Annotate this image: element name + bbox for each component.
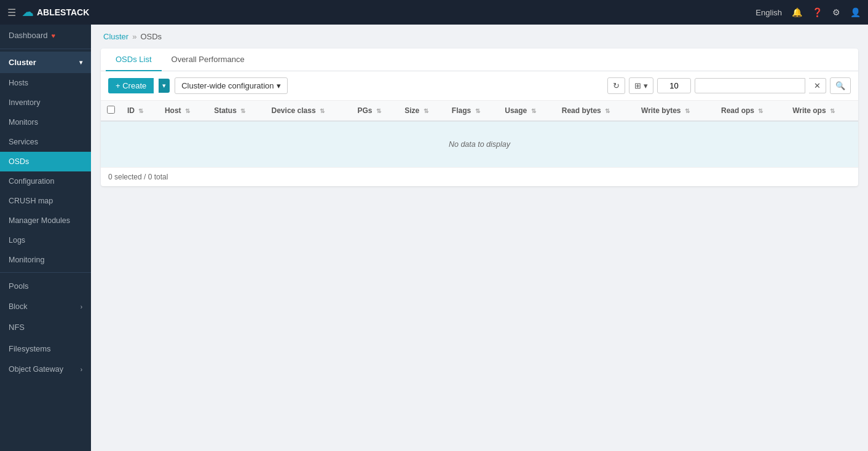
table-header: ID ⇅ Host ⇅ Status ⇅ Device class (101, 101, 858, 121)
page-size-input[interactable] (657, 78, 691, 93)
sidebar-item-configuration[interactable]: Configuration (0, 171, 91, 191)
create-button-label: + Create (116, 81, 146, 90)
sidebar-item-inventory[interactable]: Inventory (0, 93, 91, 112)
th-write-bytes[interactable]: Write bytes ⇅ (635, 101, 715, 121)
config-chevron-icon: ▾ (277, 81, 281, 90)
cluster-chevron-icon: ▾ (79, 59, 82, 66)
select-all-checkbox[interactable] (107, 106, 115, 114)
dashboard-heart-icon: ♥ (52, 32, 56, 39)
dashboard-label: Dashboard (9, 31, 48, 40)
sort-icon-size: ⇅ (424, 108, 428, 114)
th-size[interactable]: Size ⇅ (398, 101, 446, 121)
sidebar-item-services[interactable]: Services (0, 132, 91, 152)
toolbar: + Create ▾ Cluster-wide configuration ▾ … (101, 71, 858, 101)
osds-table: ID ⇅ Host ⇅ Status ⇅ Device class (101, 101, 858, 168)
user-icon[interactable]: 👤 (850, 7, 861, 17)
search-input[interactable] (695, 78, 805, 93)
search-clear-button[interactable]: ✕ (809, 78, 826, 93)
sidebar-item-pools[interactable]: Pools (0, 275, 91, 297)
gear-icon[interactable]: ⚙ (832, 7, 840, 17)
brand: ☁ ABLESTACK (22, 6, 89, 19)
columns-chevron-icon: ▾ (644, 81, 648, 90)
navbar-right: English 🔔 ❓ ⚙ 👤 (756, 7, 861, 17)
block-chevron-icon: › (81, 304, 82, 310)
no-data-row: No data to display (101, 121, 858, 168)
sidebar-item-dashboard[interactable]: Dashboard ♥ (0, 25, 91, 46)
toolbar-right: ↻ ⊞ ▾ ✕ 🔍 (607, 77, 851, 94)
sidebar-item-block[interactable]: Block › (0, 297, 91, 316)
language-selector[interactable]: English (756, 8, 782, 17)
sidebar-section-cluster[interactable]: Cluster ▾ (0, 52, 91, 73)
th-device-class[interactable]: Device class ⇅ (266, 101, 352, 121)
sort-icon-read-ops: ⇅ (758, 108, 763, 114)
th-checkbox[interactable] (101, 101, 121, 121)
search-icon: 🔍 (835, 81, 845, 90)
sidebar-divider-2 (0, 272, 91, 273)
th-write-ops[interactable]: Write ops ⇅ (786, 101, 858, 121)
sort-icon-id: ⇅ (138, 108, 143, 114)
tab-bar: OSDs List Overall Performance (101, 49, 858, 71)
sidebar-item-nfs[interactable]: NFS (0, 316, 91, 338)
th-id[interactable]: ID ⇅ (121, 101, 159, 121)
th-read-bytes[interactable]: Read bytes ⇅ (556, 101, 635, 121)
no-data-cell: No data to display (101, 121, 858, 168)
search-button[interactable]: 🔍 (830, 77, 851, 94)
breadcrumb-separator: » (132, 32, 136, 41)
create-dropdown-icon: ▾ (162, 82, 166, 89)
sidebar-item-logs[interactable]: Logs (0, 230, 91, 250)
sort-icon-read-bytes: ⇅ (605, 108, 610, 114)
create-button[interactable]: + Create (108, 78, 154, 93)
breadcrumb: Cluster » OSDs (91, 25, 868, 49)
th-usage[interactable]: Usage ⇅ (499, 101, 556, 121)
sort-icon-status: ⇅ (240, 108, 245, 114)
top-navbar: ☰ ☁ ABLESTACK English 🔔 ❓ ⚙ 👤 (0, 0, 868, 25)
th-flags[interactable]: Flags ⇅ (446, 101, 499, 121)
sidebar-item-monitors[interactable]: Monitors (0, 112, 91, 132)
sidebar-item-osds[interactable]: OSDs (0, 152, 91, 171)
sidebar-item-manager-modules[interactable]: Manager Modules (0, 211, 91, 230)
sidebar-divider-1 (0, 49, 91, 49)
sort-icon-flags: ⇅ (475, 108, 480, 114)
columns-icon: ⊞ (634, 81, 641, 90)
th-read-ops[interactable]: Read ops ⇅ (715, 101, 786, 121)
breadcrumb-current: OSDs (140, 32, 162, 41)
table-body: No data to display (101, 121, 858, 168)
cluster-config-label: Cluster-wide configuration (181, 81, 274, 90)
create-dropdown-button[interactable]: ▾ (159, 79, 170, 93)
sort-icon-device-class: ⇅ (320, 108, 325, 114)
breadcrumb-cluster[interactable]: Cluster (103, 32, 128, 41)
main-content: Cluster » OSDs OSDs List Overall Perform… (91, 25, 868, 451)
sidebar: Dashboard ♥ Cluster ▾ Hosts Inventory Mo… (0, 25, 91, 451)
th-pgs[interactable]: PGs ⇅ (351, 101, 398, 121)
sort-icon-pgs: ⇅ (376, 108, 381, 114)
sort-icon-write-bytes: ⇅ (685, 108, 690, 114)
th-host[interactable]: Host ⇅ (159, 101, 208, 121)
sort-icon-host: ⇅ (185, 108, 190, 114)
columns-button[interactable]: ⊞ ▾ (629, 77, 653, 94)
brand-name: ABLESTACK (37, 7, 89, 17)
hamburger-icon[interactable]: ☰ (7, 7, 16, 18)
th-status[interactable]: Status ⇅ (208, 101, 265, 121)
sidebar-item-hosts[interactable]: Hosts (0, 73, 91, 93)
object-gateway-chevron-icon: › (81, 366, 82, 373)
sidebar-item-filesystems[interactable]: Filesystems (0, 338, 91, 359)
close-icon: ✕ (814, 81, 821, 90)
sidebar-item-monitoring[interactable]: Monitoring (0, 250, 91, 270)
sort-icon-write-ops: ⇅ (830, 108, 835, 114)
question-circle-icon[interactable]: ❓ (812, 7, 823, 17)
sidebar-item-crush-map[interactable]: CRUSH map (0, 191, 91, 211)
bell-icon[interactable]: 🔔 (792, 7, 802, 17)
table-header-row: ID ⇅ Host ⇅ Status ⇅ Device class (101, 101, 858, 121)
cloud-icon: ☁ (22, 6, 33, 19)
refresh-button[interactable]: ↻ (607, 77, 625, 94)
selection-count: 0 selected / 0 total (108, 173, 168, 181)
app-body: Dashboard ♥ Cluster ▾ Hosts Inventory Mo… (0, 25, 868, 451)
tab-overall-performance[interactable]: Overall Performance (162, 49, 254, 71)
sidebar-item-object-gateway[interactable]: Object Gateway › (0, 359, 91, 379)
navbar-left: ☰ ☁ ABLESTACK (7, 6, 89, 19)
table-footer: 0 selected / 0 total (101, 168, 858, 186)
tab-osds-list[interactable]: OSDs List (106, 49, 162, 71)
cluster-label: Cluster (9, 58, 36, 67)
content-card: OSDs List Overall Performance + Create ▾… (101, 49, 858, 186)
cluster-config-button[interactable]: Cluster-wide configuration ▾ (175, 77, 287, 94)
